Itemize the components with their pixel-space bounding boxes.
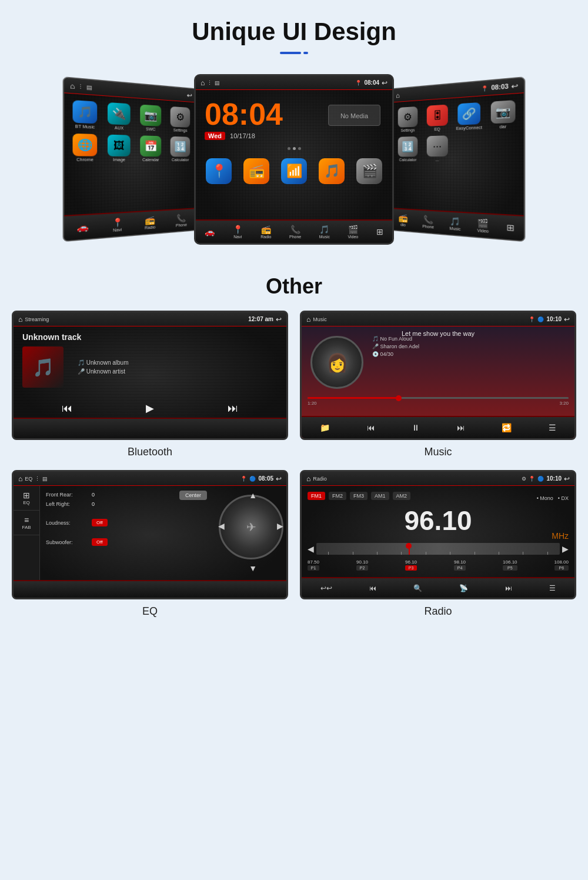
right-app-calc[interactable]: 🔢 Calculator <box>396 136 420 162</box>
radio-signal-btn[interactable]: 📡 <box>459 584 468 592</box>
chrome-label: Chrome <box>76 158 93 162</box>
right-app-dar[interactable]: 📷 dar <box>488 100 518 129</box>
music-prev-btn[interactable]: ⏮ <box>367 423 375 432</box>
radio-back[interactable]: ↩ <box>564 475 570 483</box>
center-back[interactable]: ↩ <box>382 79 387 87</box>
eq-left-btn[interactable]: ◀ <box>218 521 225 531</box>
nav-phone[interactable]: 📞 Phone <box>176 214 187 228</box>
center-nav-video[interactable]: 🎬 Video <box>348 225 358 239</box>
radio-station-6[interactable]: 108.00 P6 <box>554 559 569 571</box>
eq-joystick[interactable]: ✈ <box>219 495 283 559</box>
app-aux[interactable]: 🔌 AUX <box>105 102 133 131</box>
music-song-title: Let me show you the way <box>302 326 574 337</box>
center-navi[interactable]: 📍 <box>206 158 232 184</box>
eq-bottom-nav <box>14 580 286 598</box>
center-bt[interactable]: 📶 <box>281 158 307 184</box>
bt-prev[interactable]: ⏮ <box>62 402 72 415</box>
right-app-settings[interactable]: ⚙ Settings <box>396 106 420 133</box>
bt-controls: ⏮ ▶ ⏭ <box>14 402 286 415</box>
right-nav-music[interactable]: 🎵 Music <box>449 216 460 231</box>
nav-car[interactable]: 🚗 <box>77 222 89 232</box>
nav-navi[interactable]: 📍 Navi <box>112 217 122 232</box>
radio-mono-dx: • Mono • DX <box>537 495 569 501</box>
radio-station-4[interactable]: 98.10 P4 <box>454 559 466 571</box>
eq-loudness-toggle[interactable]: Off <box>92 519 108 526</box>
radio-station-2[interactable]: 90.10 P2 <box>356 559 368 571</box>
radio-station-5[interactable]: 106.10 P5 <box>503 559 517 571</box>
app-settings[interactable]: ⚙ Settings <box>168 106 192 133</box>
music-back[interactable]: ↩ <box>564 315 570 324</box>
radio-station-3[interactable]: 96.10 P3 <box>405 559 417 571</box>
bt-bottom-nav <box>14 418 286 438</box>
left-back[interactable]: ↩ <box>187 91 192 99</box>
radio-list-btn[interactable]: ☰ <box>549 584 556 592</box>
nav-radio[interactable]: 📻 Radio <box>145 215 155 230</box>
radio-search-btn[interactable]: 🔍 <box>413 584 422 592</box>
center-nav-radio[interactable]: 📻 Radio <box>260 225 271 239</box>
eq-sidebar-eq[interactable]: ⊞ EQ <box>14 486 39 511</box>
radio-band-fm1[interactable]: FM1 <box>308 492 325 500</box>
radio-rew-btn[interactable]: ↩↩ <box>320 584 332 592</box>
left-bottom-nav: 🚗 📍 Navi 📻 Radio 📞 Phone <box>64 208 196 241</box>
phone-icon: 📞 <box>177 214 186 223</box>
music-pause-btn[interactable]: ⏸ <box>412 423 420 432</box>
center-car-icon: 🚗 <box>205 227 215 236</box>
radio-band-fm3[interactable]: FM3 <box>350 492 368 500</box>
music-list-btn[interactable]: ☰ <box>549 423 556 432</box>
right-app-easy[interactable]: 🔗 EasyConnect <box>455 102 483 131</box>
center-button[interactable]: Center <box>179 491 207 500</box>
right-radio-icon: 📻 <box>399 213 408 222</box>
bt-play[interactable]: ▶ <box>146 402 154 415</box>
right-app-eq[interactable]: 🎛 EQ <box>425 104 450 131</box>
eq-back[interactable]: ↩ <box>276 475 282 483</box>
progress-knob[interactable] <box>396 395 402 401</box>
music-location-icon: 📍 <box>529 316 535 322</box>
eq-up-btn[interactable]: ▲ <box>249 491 257 500</box>
app-calculator[interactable]: 🔢 Calculator <box>168 136 192 162</box>
radio-seek-right[interactable]: ▶ <box>562 544 569 554</box>
bt-back[interactable]: ↩ <box>276 315 282 324</box>
radio-station-1[interactable]: 87.50 P1 <box>308 559 319 571</box>
center-nav-music[interactable]: 🎵 Music <box>319 225 330 239</box>
radio-band-fm2[interactable]: FM2 <box>329 492 346 500</box>
center-nav-navi[interactable]: 📍 Navi <box>233 225 243 239</box>
right-nav-radio[interactable]: 📻 dio <box>399 213 408 227</box>
music-folder-btn[interactable]: 📁 <box>320 423 330 432</box>
radio-seek-left[interactable]: ◀ <box>308 544 314 554</box>
feature-eq: ⌂ EQ ⋮ ▤ 📍 🔵 08:05 ↩ ⊞ EQ <box>12 470 288 618</box>
app-image[interactable]: 🖼 Image <box>105 134 133 162</box>
app-bt-music[interactable]: 🎵 BT Music <box>70 100 100 129</box>
eq-menu: ▤ <box>42 476 48 482</box>
app-swc[interactable]: 📷 SWC <box>138 104 163 131</box>
app-calendar[interactable]: 📅 Calendar <box>138 135 163 162</box>
eq-sidebar-fab[interactable]: ≡ FAB <box>14 511 39 535</box>
eq-right-btn[interactable]: ▶ <box>277 521 283 531</box>
center-nav-phone[interactable]: 📞 Phone <box>289 225 301 239</box>
swc-icon: 📷 <box>140 105 161 126</box>
right-nav-video[interactable]: 🎬 Video <box>477 218 489 234</box>
center-nav-car[interactable]: 🚗 <box>205 227 215 236</box>
other-title: Other <box>0 274 588 299</box>
right-app-more[interactable]: ··· ... <box>425 135 450 162</box>
center-radio[interactable]: 📻 <box>243 158 269 184</box>
center-music-label: Music <box>319 235 330 239</box>
radio-next-btn[interactable]: ⏭ <box>505 584 512 592</box>
eq-subwoofer-toggle[interactable]: Off <box>92 538 108 546</box>
bt-next[interactable]: ⏭ <box>228 402 238 415</box>
center-nav-grid[interactable]: ⊞ <box>376 227 383 236</box>
radio-band-am1[interactable]: AM1 <box>371 492 389 500</box>
date-value: 10/17/18 <box>230 132 255 139</box>
center-music[interactable]: 🎵 <box>319 158 345 184</box>
music-next-btn[interactable]: ⏭ <box>457 423 465 432</box>
radio-band-am2[interactable]: AM2 <box>393 492 411 500</box>
right-nav-grid[interactable]: ⊞ <box>506 222 514 233</box>
eq-down-btn[interactable]: ▼ <box>249 564 257 573</box>
app-chrome[interactable]: 🌐 Chrome <box>70 134 100 162</box>
music-repeat-btn[interactable]: 🔁 <box>502 423 512 432</box>
right-back[interactable]: ↩ <box>511 81 518 91</box>
center-time: 08:04 <box>364 79 379 86</box>
center-video[interactable]: 🎬 <box>356 158 382 184</box>
calculator-icon: 🔢 <box>171 136 191 157</box>
right-nav-phone[interactable]: 📞 Phone <box>422 215 434 229</box>
radio-prev-btn[interactable]: ⏮ <box>369 584 376 592</box>
